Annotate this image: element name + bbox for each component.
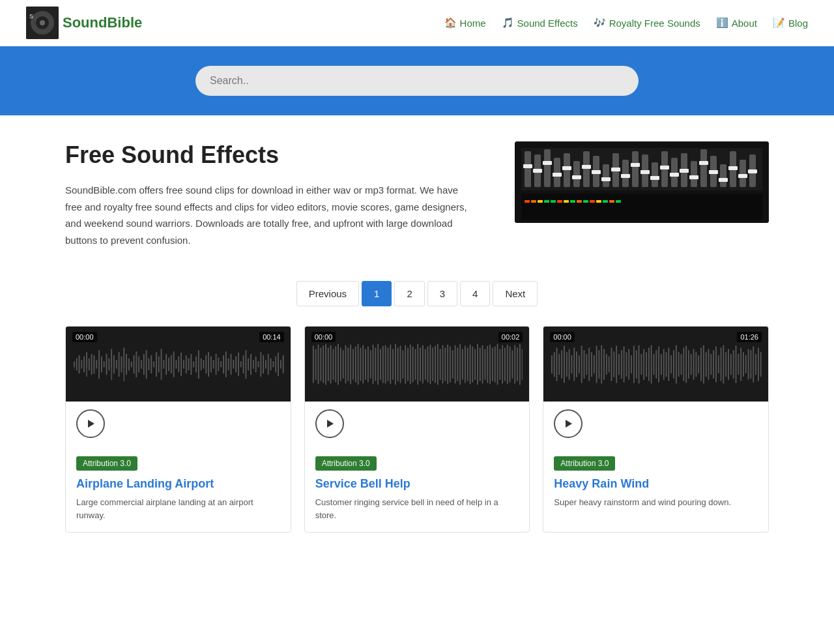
svg-rect-216 [447,344,448,384]
svg-rect-318 [726,351,727,376]
svg-rect-305 [693,349,695,380]
svg-rect-206 [422,345,424,383]
svg-rect-41 [621,174,630,178]
svg-rect-286 [646,351,647,376]
svg-rect-33 [543,161,552,165]
svg-rect-329 [753,346,755,382]
sound-title-1[interactable]: Airplane Landing Airport [76,477,280,491]
svg-rect-191 [384,345,386,383]
svg-rect-283 [639,345,640,383]
svg-rect-29 [740,160,746,187]
svg-rect-84 [106,353,108,374]
svg-rect-51 [719,178,728,182]
svg-rect-168 [327,347,328,381]
svg-rect-42 [631,163,640,167]
nav-sound-effects[interactable]: 🎵 Sound Effects [502,17,578,29]
nav-home[interactable]: 🏠 Home [444,17,486,29]
svg-rect-111 [173,351,175,377]
next-button[interactable]: Next [493,281,538,306]
home-icon: 🏠 [444,17,457,29]
sound-title-2[interactable]: Service Bell Help [315,477,519,491]
main-nav: 🏠 Home 🎵 Sound Effects 🎶 Royalty Free So… [444,17,808,29]
svg-rect-31 [523,164,532,168]
svg-rect-194 [392,349,394,380]
svg-rect-138 [240,361,242,368]
nav-royalty-free[interactable]: 🎶 Royalty Free Sounds [594,17,700,29]
svg-rect-129 [218,357,219,371]
svg-rect-144 [255,356,257,372]
nav-blog[interactable]: 📝 Blog [773,17,808,29]
svg-rect-289 [654,353,655,374]
svg-rect-40 [611,168,620,171]
sound-title-3[interactable]: Heavy Rain Wind [554,477,758,491]
svg-rect-293 [663,349,665,380]
page-2-button[interactable]: 2 [394,281,424,306]
svg-rect-330 [755,353,756,374]
time-end-3: 01:26 [737,332,762,342]
site-logo[interactable]: S SoundBible [26,7,142,39]
svg-rect-236 [496,344,498,385]
svg-rect-226 [472,346,473,382]
card-body-2: Attribution 3.0 Service Bell Help Custom… [305,446,530,532]
pagination: Previous 1 2 3 4 Next [65,281,769,306]
svg-rect-223 [465,345,466,383]
svg-rect-73 [79,355,80,373]
svg-rect-88 [116,360,117,368]
svg-rect-264 [591,351,592,376]
svg-rect-35 [562,166,571,170]
page-4-button[interactable]: 4 [460,281,490,306]
svg-rect-311 [708,349,710,380]
play-button-2[interactable] [315,409,344,438]
previous-button[interactable]: Previous [296,281,359,306]
svg-rect-146 [260,351,261,376]
svg-rect-302 [685,345,687,383]
svg-rect-280 [631,355,632,373]
svg-rect-145 [258,361,259,368]
svg-rect-25 [700,149,707,187]
time-end-2: 00:02 [498,332,523,342]
card-body-1: Attribution 3.0 Airplane Landing Airport… [66,446,291,532]
svg-rect-17 [622,160,629,187]
sound-desc-2: Customer ringing service bell in need of… [315,496,519,521]
svg-rect-47 [680,169,689,173]
svg-rect-160 [161,367,162,379]
svg-rect-319 [728,349,729,380]
play-button-1[interactable] [76,409,105,438]
search-input[interactable] [195,66,639,96]
svg-rect-65 [583,200,588,203]
svg-rect-268 [601,345,603,383]
nav-about[interactable]: ℹ️ About [716,17,757,29]
svg-rect-301 [683,347,685,381]
svg-rect-151 [272,361,274,368]
play-button-3[interactable] [554,409,582,438]
svg-rect-182 [362,345,364,383]
svg-rect-122 [201,358,202,370]
svg-rect-218 [452,350,453,379]
svg-rect-281 [633,345,635,383]
svg-rect-179 [355,346,356,382]
svg-rect-180 [357,344,358,385]
svg-rect-148 [265,360,266,368]
svg-rect-22 [671,158,678,187]
svg-rect-181 [360,347,361,381]
svg-rect-169 [330,345,331,383]
svg-rect-200 [407,347,409,381]
svg-rect-153 [278,352,279,375]
page-3-button[interactable]: 3 [427,281,457,306]
svg-rect-108 [165,353,167,374]
svg-rect-255 [569,349,570,380]
svg-rect-315 [718,355,719,373]
svg-rect-82 [101,356,102,372]
svg-rect-120 [195,356,197,372]
svg-rect-117 [188,358,190,370]
page-1-button[interactable]: 1 [362,281,392,306]
svg-rect-59 [544,200,549,203]
svg-rect-324 [741,347,742,381]
svg-rect-93 [128,358,130,370]
svg-rect-97 [138,356,139,372]
svg-rect-150 [270,358,272,370]
svg-rect-54 [748,169,757,173]
svg-rect-241 [509,346,510,382]
svg-rect-137 [238,352,239,375]
svg-rect-124 [205,355,207,373]
